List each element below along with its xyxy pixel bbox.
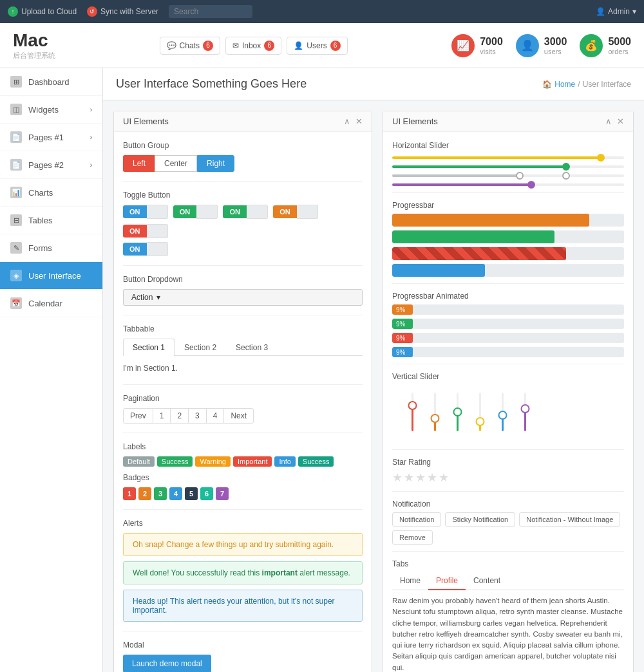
toggle-on-4[interactable]: ON bbox=[273, 205, 297, 218]
tab-section2[interactable]: Section 2 bbox=[175, 339, 226, 356]
toggle-off-3[interactable] bbox=[247, 205, 268, 219]
notif-btn-3[interactable]: Notification - Without Image bbox=[519, 512, 620, 527]
tab-home[interactable]: Home bbox=[392, 572, 428, 590]
content-header: User Interface Something Goes Here 🏠 Hom… bbox=[103, 68, 644, 100]
pb-orange bbox=[392, 214, 624, 227]
pb-anim-3: 9% bbox=[392, 333, 624, 343]
admin-btn[interactable]: 👤 Admin ▾ bbox=[596, 7, 636, 16]
page-prev[interactable]: Prev bbox=[123, 408, 153, 424]
tab-content-tab[interactable]: Content bbox=[466, 572, 508, 590]
sidebar-item-dashboard[interactable]: ⊞ Dashboard bbox=[0, 68, 102, 96]
collapse-icon-r[interactable]: ∧ bbox=[605, 117, 612, 126]
star-2[interactable]: ★ bbox=[404, 471, 414, 485]
sidebar-label-charts: Charts bbox=[28, 188, 53, 198]
badge-5[interactable]: 5 bbox=[185, 487, 198, 500]
users-btn[interactable]: 👤 Users 6 bbox=[287, 37, 347, 55]
lbl-default: Default bbox=[123, 456, 155, 467]
sidebar-item-calendar[interactable]: 📅 Calendar bbox=[0, 290, 102, 317]
pb-stripe bbox=[392, 247, 624, 260]
chevron-right-icon2: › bbox=[90, 134, 92, 141]
alert-warning: Oh snap! Change a few things up and try … bbox=[123, 533, 363, 556]
sync-btn[interactable]: ↺ Sync with Server bbox=[87, 6, 158, 17]
notif-label: Notification bbox=[392, 499, 624, 509]
badge-1[interactable]: 1 bbox=[123, 487, 136, 500]
modal-launch-btn[interactable]: Launch demo modal bbox=[123, 655, 211, 672]
sidebar-item-charts[interactable]: 📊 Charts bbox=[0, 179, 102, 207]
pagination: Prev 1 2 3 4 Next bbox=[123, 408, 363, 424]
alert-success-post: alert message. bbox=[299, 568, 350, 577]
sidebar-item-pages1[interactable]: 📄 Pages #1 › bbox=[0, 124, 102, 151]
sidebar-item-tables[interactable]: ⊟ Tables bbox=[0, 207, 102, 234]
inbox-btn[interactable]: ✉ Inbox 6 bbox=[225, 37, 281, 55]
sidebar-item-pages2[interactable]: 📄 Pages #2 › bbox=[0, 151, 102, 179]
toggle-off-1[interactable] bbox=[147, 205, 168, 219]
sidebar-item-widgets[interactable]: ◫ Widgets › bbox=[0, 96, 102, 124]
notif-btn-2[interactable]: Sticky Notification bbox=[445, 512, 515, 527]
badge-3[interactable]: 3 bbox=[154, 487, 167, 500]
btn-center[interactable]: Center bbox=[155, 155, 197, 172]
tab-profile[interactable]: Profile bbox=[428, 572, 466, 590]
toggle-off-4[interactable] bbox=[297, 205, 318, 219]
stat-users-num: 3000 bbox=[544, 36, 567, 48]
star-3[interactable]: ★ bbox=[415, 471, 426, 485]
toggle-on-6[interactable]: ON bbox=[123, 243, 147, 256]
toggle-on-2[interactable]: ON bbox=[173, 205, 197, 218]
toggle-off-6[interactable] bbox=[147, 242, 168, 256]
tables-icon: ⊟ bbox=[10, 214, 22, 226]
badge-7[interactable]: 7 bbox=[216, 487, 229, 500]
chats-btn[interactable]: 💬 Chats 6 bbox=[160, 37, 220, 55]
notif-btn-remove[interactable]: Remove bbox=[392, 530, 433, 545]
sidebar-label-calendar: Calendar bbox=[28, 299, 62, 308]
tab-section3[interactable]: Section 3 bbox=[226, 339, 278, 356]
badge-6[interactable]: 6 bbox=[200, 487, 213, 500]
stat-orders-label: orders bbox=[608, 48, 631, 55]
toggle-row: ON ON ON ON bbox=[123, 205, 363, 238]
btn-right[interactable]: Right bbox=[197, 155, 234, 172]
toggle-on-1[interactable]: ON bbox=[123, 205, 147, 218]
notif-btn-1[interactable]: Notification bbox=[392, 512, 441, 527]
star-4[interactable]: ★ bbox=[427, 471, 437, 485]
dropdown-btn[interactable]: Action ▾ bbox=[123, 289, 363, 306]
stat-visits-icon: 📈 bbox=[451, 34, 475, 57]
admin-label: Admin bbox=[608, 7, 630, 16]
close-icon-r[interactable]: ✕ bbox=[617, 117, 624, 126]
star-1[interactable]: ★ bbox=[392, 471, 402, 485]
stat-orders-icon: 💰 bbox=[580, 34, 603, 57]
star-5[interactable]: ★ bbox=[439, 471, 449, 485]
toggle-on-5[interactable]: ON bbox=[123, 225, 147, 238]
button-group-label: Button Group bbox=[123, 141, 363, 150]
page-2[interactable]: 2 bbox=[170, 408, 189, 424]
pb-anim-pct-3: 9% bbox=[396, 335, 405, 342]
upload-btn[interactable]: ↑ Upload to Cloud bbox=[8, 6, 77, 17]
toggle-1: ON bbox=[123, 205, 168, 219]
tab-body-text: Raw denim you probably haven't heard of … bbox=[392, 595, 624, 672]
progress-anim-label: Progressbar Animated bbox=[392, 292, 624, 301]
page-4[interactable]: 4 bbox=[206, 408, 225, 424]
search-input[interactable] bbox=[169, 5, 252, 18]
dropdown-btn-label: Action bbox=[131, 293, 153, 302]
toggle-3: ON bbox=[223, 205, 268, 219]
sidebar-item-forms[interactable]: ✎ Forms bbox=[0, 234, 102, 262]
lbl-info: Info bbox=[274, 456, 295, 467]
pb-anim-2: 9% bbox=[392, 319, 624, 329]
toggle-row-2: ON bbox=[123, 242, 363, 256]
toggle-off-2[interactable] bbox=[196, 205, 218, 219]
svg-point-5 bbox=[431, 415, 439, 422]
breadcrumb-home[interactable]: Home bbox=[554, 80, 575, 89]
toggle-on-3[interactable]: ON bbox=[223, 205, 247, 218]
toggle-off-5[interactable] bbox=[147, 224, 168, 238]
close-icon[interactable]: ✕ bbox=[355, 117, 363, 126]
alert-success: Well done! You successfully read this im… bbox=[123, 561, 363, 584]
btn-left[interactable]: Left bbox=[123, 155, 155, 172]
tab-section1[interactable]: Section 1 bbox=[123, 339, 175, 356]
page-3[interactable]: 3 bbox=[188, 408, 207, 424]
page-1[interactable]: 1 bbox=[153, 408, 171, 424]
left-panel-header: UI Elements ∧ ✕ bbox=[114, 111, 372, 132]
badge-4[interactable]: 4 bbox=[169, 487, 182, 500]
page-next[interactable]: Next bbox=[223, 408, 254, 424]
stat-visits: 📈 7000 visits bbox=[451, 34, 503, 57]
badge-2[interactable]: 2 bbox=[138, 487, 151, 500]
collapse-icon[interactable]: ∧ bbox=[344, 117, 350, 126]
sidebar-item-ui[interactable]: ◈ User Interface bbox=[0, 262, 102, 290]
v-sliders-svg bbox=[405, 386, 573, 438]
